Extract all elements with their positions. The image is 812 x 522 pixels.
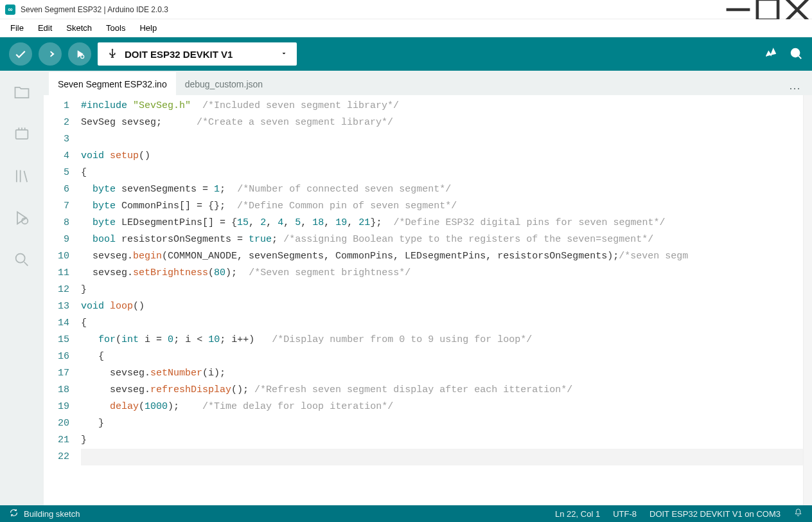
- editor-scrollbar[interactable]: [803, 95, 812, 505]
- status-encoding[interactable]: UTF-8: [613, 509, 637, 519]
- svg-point-4: [81, 55, 84, 59]
- sketchbook-icon[interactable]: [13, 84, 31, 104]
- menu-tools[interactable]: Tools: [100, 21, 132, 35]
- library-manager-icon[interactable]: [13, 167, 31, 187]
- line-number-gutter: 12345678910111213141516171819202122: [44, 95, 81, 505]
- board-selector[interactable]: DOIT ESP32 DEVKIT V1: [98, 42, 297, 66]
- menu-help[interactable]: Help: [133, 21, 163, 35]
- tab-debug-custom[interactable]: debug_custom.json: [176, 73, 272, 95]
- upload-button[interactable]: [39, 42, 62, 66]
- tab-main-sketch[interactable]: Seven Segment ESP32.ino: [49, 72, 176, 95]
- editor-area: Seven Segment ESP32.ino debug_custom.jso…: [44, 71, 812, 505]
- sidebar: [0, 71, 44, 505]
- usb-icon: [107, 48, 118, 61]
- sync-icon: [9, 508, 19, 519]
- svg-line-6: [799, 55, 802, 59]
- code-editor[interactable]: 12345678910111213141516171819202122 #inc…: [44, 95, 812, 505]
- verify-button[interactable]: [9, 42, 32, 66]
- svg-point-7: [794, 51, 797, 54]
- tab-overflow-button[interactable]: ⋯: [782, 81, 807, 95]
- search-icon[interactable]: [13, 251, 31, 271]
- status-cursor[interactable]: Ln 22, Col 1: [555, 509, 600, 519]
- board-name: DOIT ESP32 DEVKIT V1: [125, 49, 233, 60]
- chevron-down-icon: [280, 50, 288, 59]
- window-title: Seven Segment ESP32 | Arduino IDE 2.0.3: [21, 5, 168, 14]
- svg-line-17: [24, 262, 28, 266]
- code-content[interactable]: #include "SevSeg.h" /*Included seven seg…: [81, 95, 812, 505]
- status-building: Building sketch: [24, 509, 80, 519]
- status-board[interactable]: DOIT ESP32 DEVKIT V1 on COM3: [649, 509, 781, 519]
- debug-button[interactable]: [68, 42, 91, 66]
- titlebar: ∞ Seven Segment ESP32 | Arduino IDE 2.0.…: [0, 0, 812, 19]
- serial-plotter-button[interactable]: [764, 46, 779, 62]
- svg-rect-8: [16, 130, 28, 139]
- window-controls: [723, 0, 812, 19]
- notifications-icon[interactable]: [793, 508, 803, 519]
- statusbar: Building sketch Ln 22, Col 1 UTF-8 DOIT …: [0, 505, 812, 522]
- debug-panel-icon[interactable]: [13, 209, 31, 229]
- svg-line-14: [24, 171, 28, 183]
- toolbar: DOIT ESP32 DEVKIT V1: [0, 37, 812, 71]
- boards-manager-icon[interactable]: [13, 125, 31, 145]
- serial-monitor-button[interactable]: [789, 46, 803, 62]
- menubar: File Edit Sketch Tools Help: [0, 19, 812, 37]
- tabbar: Seven Segment ESP32.ino debug_custom.jso…: [44, 71, 812, 95]
- maximize-button[interactable]: [753, 0, 782, 19]
- main: Seven Segment ESP32.ino debug_custom.jso…: [0, 71, 812, 505]
- menu-file[interactable]: File: [4, 21, 30, 35]
- menu-edit[interactable]: Edit: [31, 21, 58, 35]
- minimize-button[interactable]: [723, 0, 753, 19]
- menu-sketch[interactable]: Sketch: [60, 21, 98, 35]
- arduino-logo-icon: ∞: [5, 4, 15, 15]
- close-button[interactable]: [782, 0, 812, 19]
- svg-rect-1: [757, 0, 778, 20]
- svg-point-16: [16, 254, 25, 263]
